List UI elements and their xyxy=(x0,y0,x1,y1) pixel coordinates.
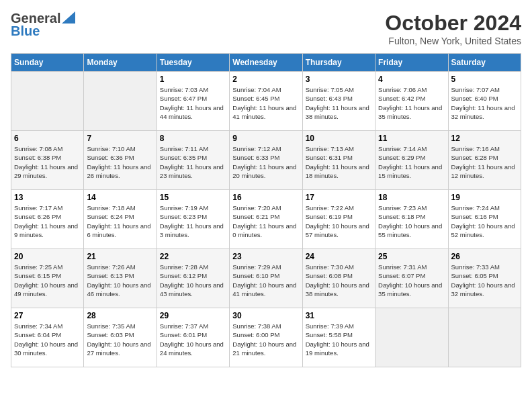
calendar-cell: 30Sunrise: 7:38 AM Sunset: 6:00 PM Dayli… xyxy=(230,308,302,367)
day-number: 17 xyxy=(306,193,372,202)
day-number: 13 xyxy=(14,193,81,202)
calendar-cell: 10Sunrise: 7:13 AM Sunset: 6:31 PM Dayli… xyxy=(302,131,375,190)
calendar-week-row: 1Sunrise: 7:03 AM Sunset: 6:47 PM Daylig… xyxy=(11,72,521,131)
day-number: 23 xyxy=(232,252,299,261)
day-info: Sunrise: 7:38 AM Sunset: 6:00 PM Dayligh… xyxy=(232,322,299,357)
calendar-cell: 18Sunrise: 7:23 AM Sunset: 6:18 PM Dayli… xyxy=(375,190,448,249)
day-info: Sunrise: 7:24 AM Sunset: 6:16 PM Dayligh… xyxy=(451,203,518,239)
day-number: 26 xyxy=(451,252,518,261)
day-number: 28 xyxy=(87,311,153,320)
day-info: Sunrise: 7:04 AM Sunset: 6:45 PM Dayligh… xyxy=(232,85,299,121)
calendar-cell xyxy=(11,72,84,131)
calendar-cell: 25Sunrise: 7:31 AM Sunset: 6:07 PM Dayli… xyxy=(375,249,448,308)
day-number: 3 xyxy=(306,75,372,84)
calendar-cell: 9Sunrise: 7:12 AM Sunset: 6:33 PM Daylig… xyxy=(230,131,302,190)
day-number: 9 xyxy=(232,134,299,143)
day-header: Saturday xyxy=(448,54,521,72)
day-info: Sunrise: 7:10 AM Sunset: 6:36 PM Dayligh… xyxy=(87,144,153,180)
calendar-week-row: 27Sunrise: 7:34 AM Sunset: 6:04 PM Dayli… xyxy=(11,308,521,367)
day-number: 19 xyxy=(451,193,518,202)
day-info: Sunrise: 7:20 AM Sunset: 6:21 PM Dayligh… xyxy=(232,203,299,239)
day-header: Tuesday xyxy=(157,54,229,72)
calendar-cell: 11Sunrise: 7:14 AM Sunset: 6:29 PM Dayli… xyxy=(375,131,448,190)
month-title: October 2024 xyxy=(385,11,521,36)
day-info: Sunrise: 7:25 AM Sunset: 6:15 PM Dayligh… xyxy=(14,263,81,298)
day-info: Sunrise: 7:26 AM Sunset: 6:13 PM Dayligh… xyxy=(87,263,153,298)
day-info: Sunrise: 7:07 AM Sunset: 6:40 PM Dayligh… xyxy=(451,85,518,121)
day-number: 14 xyxy=(87,193,153,202)
day-number: 21 xyxy=(87,252,153,261)
day-number: 12 xyxy=(451,134,518,143)
day-info: Sunrise: 7:18 AM Sunset: 6:24 PM Dayligh… xyxy=(87,203,153,239)
logo-triangle-icon xyxy=(62,11,75,24)
day-number: 5 xyxy=(451,75,518,84)
day-info: Sunrise: 7:08 AM Sunset: 6:38 PM Dayligh… xyxy=(14,144,81,180)
day-info: Sunrise: 7:39 AM Sunset: 5:58 PM Dayligh… xyxy=(306,322,372,357)
calendar-cell: 4Sunrise: 7:06 AM Sunset: 6:42 PM Daylig… xyxy=(375,72,448,131)
title-area: October 2024 Fulton, New York, United St… xyxy=(385,11,521,46)
calendar-header-row: SundayMondayTuesdayWednesdayThursdayFrid… xyxy=(11,54,521,72)
day-info: Sunrise: 7:06 AM Sunset: 6:42 PM Dayligh… xyxy=(378,85,445,121)
calendar-cell: 22Sunrise: 7:28 AM Sunset: 6:12 PM Dayli… xyxy=(157,249,229,308)
calendar-cell: 16Sunrise: 7:20 AM Sunset: 6:21 PM Dayli… xyxy=(230,190,302,249)
day-info: Sunrise: 7:34 AM Sunset: 6:04 PM Dayligh… xyxy=(14,322,81,357)
day-info: Sunrise: 7:19 AM Sunset: 6:23 PM Dayligh… xyxy=(160,203,226,239)
day-number: 27 xyxy=(14,311,81,320)
calendar-cell: 6Sunrise: 7:08 AM Sunset: 6:38 PM Daylig… xyxy=(11,131,84,190)
day-number: 7 xyxy=(87,134,153,143)
day-info: Sunrise: 7:35 AM Sunset: 6:03 PM Dayligh… xyxy=(87,322,153,357)
calendar-cell: 1Sunrise: 7:03 AM Sunset: 6:47 PM Daylig… xyxy=(157,72,229,131)
calendar-cell: 2Sunrise: 7:04 AM Sunset: 6:45 PM Daylig… xyxy=(230,72,302,131)
day-number: 30 xyxy=(232,311,299,320)
day-info: Sunrise: 7:29 AM Sunset: 6:10 PM Dayligh… xyxy=(232,263,299,298)
svg-marker-0 xyxy=(62,11,75,24)
calendar-week-row: 13Sunrise: 7:17 AM Sunset: 6:26 PM Dayli… xyxy=(11,190,521,249)
calendar-cell: 28Sunrise: 7:35 AM Sunset: 6:03 PM Dayli… xyxy=(84,308,157,367)
day-number: 22 xyxy=(160,252,226,261)
day-header: Monday xyxy=(84,54,157,72)
day-info: Sunrise: 7:31 AM Sunset: 6:07 PM Dayligh… xyxy=(378,263,445,298)
day-info: Sunrise: 7:33 AM Sunset: 6:05 PM Dayligh… xyxy=(451,263,518,298)
day-number: 10 xyxy=(306,134,372,143)
day-info: Sunrise: 7:03 AM Sunset: 6:47 PM Dayligh… xyxy=(160,85,226,121)
day-info: Sunrise: 7:22 AM Sunset: 6:19 PM Dayligh… xyxy=(306,203,372,239)
logo-blue-text: Blue xyxy=(11,24,40,39)
day-number: 1 xyxy=(160,75,226,84)
day-number: 11 xyxy=(378,134,445,143)
day-number: 4 xyxy=(378,75,445,84)
calendar-cell: 29Sunrise: 7:37 AM Sunset: 6:01 PM Dayli… xyxy=(157,308,229,367)
page-header: General Blue October 2024 Fulton, New Yo… xyxy=(11,11,521,46)
calendar-cell: 27Sunrise: 7:34 AM Sunset: 6:04 PM Dayli… xyxy=(11,308,84,367)
calendar-table: SundayMondayTuesdayWednesdayThursdayFrid… xyxy=(11,53,521,367)
day-header: Thursday xyxy=(302,54,375,72)
calendar-cell: 20Sunrise: 7:25 AM Sunset: 6:15 PM Dayli… xyxy=(11,249,84,308)
day-number: 24 xyxy=(306,252,372,261)
day-info: Sunrise: 7:37 AM Sunset: 6:01 PM Dayligh… xyxy=(160,322,226,357)
day-info: Sunrise: 7:23 AM Sunset: 6:18 PM Dayligh… xyxy=(378,203,445,239)
day-header: Sunday xyxy=(11,54,84,72)
calendar-cell: 14Sunrise: 7:18 AM Sunset: 6:24 PM Dayli… xyxy=(84,190,157,249)
calendar-cell: 17Sunrise: 7:22 AM Sunset: 6:19 PM Dayli… xyxy=(302,190,375,249)
calendar-cell: 13Sunrise: 7:17 AM Sunset: 6:26 PM Dayli… xyxy=(11,190,84,249)
day-info: Sunrise: 7:05 AM Sunset: 6:43 PM Dayligh… xyxy=(306,85,372,121)
day-number: 8 xyxy=(160,134,226,143)
calendar-cell: 21Sunrise: 7:26 AM Sunset: 6:13 PM Dayli… xyxy=(84,249,157,308)
day-number: 16 xyxy=(232,193,299,202)
calendar-cell: 8Sunrise: 7:11 AM Sunset: 6:35 PM Daylig… xyxy=(157,131,229,190)
day-info: Sunrise: 7:11 AM Sunset: 6:35 PM Dayligh… xyxy=(160,144,226,180)
day-number: 29 xyxy=(160,311,226,320)
calendar-cell: 3Sunrise: 7:05 AM Sunset: 6:43 PM Daylig… xyxy=(302,72,375,131)
calendar-cell: 26Sunrise: 7:33 AM Sunset: 6:05 PM Dayli… xyxy=(448,249,521,308)
calendar-cell: 19Sunrise: 7:24 AM Sunset: 6:16 PM Dayli… xyxy=(448,190,521,249)
calendar-week-row: 20Sunrise: 7:25 AM Sunset: 6:15 PM Dayli… xyxy=(11,249,521,308)
day-info: Sunrise: 7:16 AM Sunset: 6:28 PM Dayligh… xyxy=(451,144,518,180)
calendar-cell xyxy=(375,308,448,367)
calendar-cell: 15Sunrise: 7:19 AM Sunset: 6:23 PM Dayli… xyxy=(157,190,229,249)
calendar-cell: 24Sunrise: 7:30 AM Sunset: 6:08 PM Dayli… xyxy=(302,249,375,308)
day-header: Wednesday xyxy=(230,54,302,72)
calendar-cell xyxy=(448,308,521,367)
calendar-body: 1Sunrise: 7:03 AM Sunset: 6:47 PM Daylig… xyxy=(11,72,521,367)
day-info: Sunrise: 7:14 AM Sunset: 6:29 PM Dayligh… xyxy=(378,144,445,180)
day-number: 31 xyxy=(306,311,372,320)
calendar-cell: 7Sunrise: 7:10 AM Sunset: 6:36 PM Daylig… xyxy=(84,131,157,190)
